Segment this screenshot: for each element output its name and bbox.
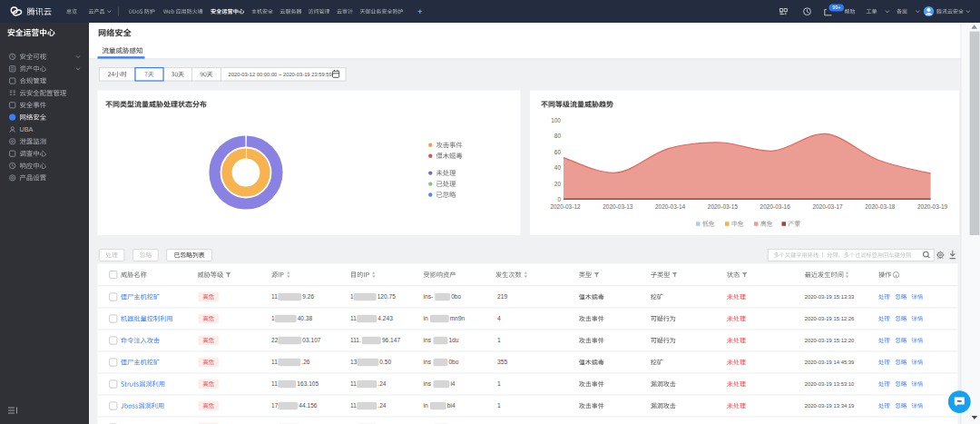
svg-text:ins: ins [424,359,432,365]
svg-text:11: 11 [350,315,357,321]
svg-text:2020-03-19 15:13:33: 2020-03-19 15:13:33 [805,294,855,300]
svg-text:.26: .26 [301,359,309,365]
svg-text:4.243: 4.243 [377,315,393,321]
svg-text:in: in [424,402,428,409]
svg-text:2020-03-12: 2020-03-12 [550,203,581,210]
svg-text:+: + [417,6,423,16]
svg-text:2020-03-13: 2020-03-13 [603,203,633,210]
svg-text:0: 0 [557,196,561,202]
svg-text:ins: ins [424,380,432,387]
svg-text:1du: 1du [448,337,458,343]
svg-text:in: in [424,315,428,321]
svg-text:0bo: 0bo [448,359,458,365]
svg-text:100: 100 [551,117,561,123]
svg-text:0bo: 0bo [451,293,461,300]
svg-text:1: 1 [497,337,501,343]
svg-text:ins: ins [424,337,432,343]
svg-text:96.147: 96.147 [382,337,401,343]
svg-text:1: 1 [350,293,354,300]
svg-text:20: 20 [554,181,562,187]
svg-text:2020-03-15: 2020-03-15 [708,203,739,210]
svg-text:2020-03-14: 2020-03-14 [655,203,686,210]
svg-text:.24: .24 [377,402,386,409]
svg-text:mn9n: mn9n [450,315,466,321]
svg-text:2020-03-19 13:34:19: 2020-03-19 13:34:19 [805,403,855,409]
svg-text:60: 60 [554,149,562,155]
svg-text:4: 4 [497,315,501,321]
svg-text:13: 13 [350,359,358,365]
svg-text:1: 1 [497,402,501,409]
svg-text:163.105: 163.105 [297,380,318,387]
svg-text:i4: i4 [450,380,455,387]
svg-text:2020-03-19 14:45:39: 2020-03-19 14:45:39 [805,360,855,365]
svg-text:40: 40 [554,164,562,171]
svg-text:11: 11 [350,402,357,409]
svg-text:11: 11 [271,293,278,300]
svg-text:22: 22 [271,337,279,343]
svg-text:219: 219 [497,293,508,300]
svg-text:1: 1 [497,380,501,387]
svg-text:9.26: 9.26 [302,293,314,300]
svg-text:11: 11 [350,380,357,387]
svg-text:03.107: 03.107 [302,337,321,343]
svg-text:11: 11 [271,359,278,365]
svg-text:2020-03-19 15:12:26: 2020-03-19 15:12:26 [805,316,855,321]
svg-text:11: 11 [271,380,278,387]
svg-text:111.: 111. [350,337,361,343]
svg-text:44.156: 44.156 [299,402,318,409]
svg-text:.24: .24 [377,380,386,387]
svg-text:2020-03-19 13:53:10: 2020-03-19 13:53:10 [805,381,855,387]
svg-text:2020-03-18: 2020-03-18 [865,203,896,210]
svg-text:bi4: bi4 [447,402,456,409]
svg-text:40.38: 40.38 [298,315,313,321]
svg-text:120.75: 120.75 [377,293,397,300]
svg-text:2020-03-19 15:12:20: 2020-03-19 15:12:20 [805,338,855,343]
svg-text:UBA: UBA [20,125,34,133]
svg-text:17: 17 [271,402,279,409]
svg-text:ins-: ins- [424,293,434,300]
svg-text:2020-03-16: 2020-03-16 [760,203,791,210]
svg-text:2020-03-19: 2020-03-19 [917,203,948,210]
svg-text:2020-03-12 00:00:00 ~ 2020-03-: 2020-03-12 00:00:00 ~ 2020-03-19 23:59:5… [229,72,332,77]
svg-text:2020-03-17: 2020-03-17 [812,203,843,210]
svg-text:80: 80 [554,133,562,139]
svg-text:99+: 99+ [832,5,840,10]
svg-text:1: 1 [271,315,275,321]
svg-text:355: 355 [497,359,508,365]
svg-text:0.50: 0.50 [379,359,391,365]
